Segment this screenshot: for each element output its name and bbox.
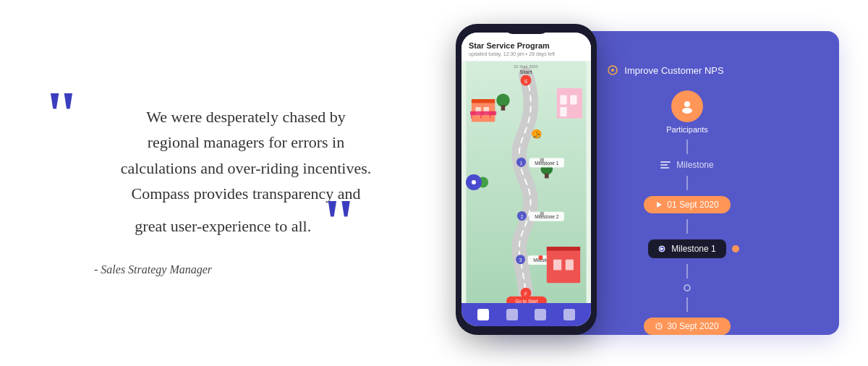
svg-text:🛵: 🛵 xyxy=(533,131,541,139)
svg-point-1 xyxy=(611,69,614,72)
clock-icon xyxy=(655,323,663,330)
phone-nav xyxy=(461,303,591,326)
svg-text:F: F xyxy=(524,291,527,297)
svg-rect-51 xyxy=(547,247,580,251)
nav-icon-1 xyxy=(470,179,477,186)
svg-text:2: 2 xyxy=(521,214,524,219)
participants-node: Participants xyxy=(666,90,707,134)
participants-circle xyxy=(671,90,703,122)
quote-text: We were desperately chased by regional m… xyxy=(43,90,405,246)
svg-rect-50 xyxy=(547,250,580,283)
phone-header: Star Service Program updated today, 12:3… xyxy=(461,33,591,61)
svg-text:3: 3 xyxy=(519,258,522,263)
nav-home[interactable] xyxy=(477,309,489,320)
device-section: Improve Customer NPS Participants xyxy=(448,17,839,349)
milestone-text: Milestone xyxy=(676,160,713,170)
quote-section: " We were desperately chased by regional… xyxy=(29,61,448,305)
quote-line2: regional managers for errors in xyxy=(148,133,344,151)
svg-rect-47 xyxy=(539,255,543,260)
svg-rect-5 xyxy=(660,164,668,166)
target-icon xyxy=(607,64,618,76)
svg-rect-4 xyxy=(660,161,671,163)
svg-rect-6 xyxy=(660,167,669,169)
timeline-line-5 xyxy=(686,297,688,312)
svg-marker-7 xyxy=(657,202,662,208)
side-nav-btn-1[interactable] xyxy=(466,174,482,190)
svg-text:Start: Start xyxy=(520,69,532,75)
date1-text: 01 Sept 2020 xyxy=(667,200,718,210)
svg-point-2 xyxy=(684,101,690,107)
side-navigation[interactable] xyxy=(466,174,482,190)
phone-notch xyxy=(505,24,548,34)
timeline-line-3 xyxy=(686,219,688,234)
svg-rect-18 xyxy=(470,111,496,116)
phone-mockup: Star Service Program updated today, 12:3… xyxy=(456,24,597,335)
svg-point-61 xyxy=(472,180,476,184)
svg-text:Milestone 1: Milestone 1 xyxy=(535,161,559,166)
quote-line1: We were desperately chased by xyxy=(146,108,346,126)
svg-point-3 xyxy=(682,108,692,114)
date-pill-2: 30 Sept 2020 xyxy=(644,318,730,335)
timeline-line-1 xyxy=(686,140,688,154)
timeline-line-4 xyxy=(686,264,688,278)
nav-settings[interactable] xyxy=(563,309,575,320)
svg-text:1: 1 xyxy=(520,161,523,166)
svg-rect-27 xyxy=(501,105,506,110)
svg-rect-25 xyxy=(560,107,566,116)
milestone-dot xyxy=(732,245,739,252)
milestone-icon xyxy=(660,161,671,169)
phone-program-subtitle: updated today, 12:30 pm • 28 days left xyxy=(469,51,584,56)
date-pill-1: 01 Sept 2020 xyxy=(644,196,730,213)
flag-icon xyxy=(658,245,665,252)
nav-profile[interactable] xyxy=(535,309,546,320)
svg-rect-15 xyxy=(472,99,495,103)
svg-rect-41 xyxy=(540,158,545,163)
quote-line3: calculations and over-riding incentives. xyxy=(121,159,372,177)
svg-text:Milestone 2: Milestone 2 xyxy=(535,214,559,219)
svg-rect-44 xyxy=(540,212,545,216)
phone-map-area: S 1 2 3 xyxy=(461,61,591,303)
svg-rect-52 xyxy=(553,260,561,271)
svg-text:01 Sept 2020: 01 Sept 2020 xyxy=(514,64,538,69)
quote-line5: great user-experience to all. xyxy=(135,217,311,235)
milestone1-text: Milestone 1 xyxy=(671,244,715,254)
svg-text:Go to Start: Go to Start xyxy=(515,299,538,303)
date2-text: 30 Sept 2020 xyxy=(667,321,718,331)
main-container: " We were desperately chased by regional… xyxy=(0,0,868,366)
participants-icon xyxy=(679,98,695,114)
svg-text:S: S xyxy=(524,78,528,85)
close-quote-mark: " xyxy=(321,206,357,239)
play-icon xyxy=(655,201,663,208)
milestone-row: Milestone xyxy=(660,160,713,170)
attribution-text: - Sales Strategy Manager xyxy=(43,263,405,276)
svg-rect-24 xyxy=(570,95,576,104)
milestone1-box: Milestone 1 xyxy=(648,239,726,258)
small-circle xyxy=(684,284,691,291)
phone-screen: Star Service Program updated today, 12:3… xyxy=(461,33,591,326)
svg-rect-29 xyxy=(545,174,549,178)
svg-rect-53 xyxy=(566,260,574,271)
timeline-line-2 xyxy=(686,176,688,190)
participants-label: Participants xyxy=(666,125,707,134)
phone-program-title: Star Service Program xyxy=(469,41,584,50)
nav-explore[interactable] xyxy=(506,309,518,320)
svg-rect-23 xyxy=(560,95,566,104)
dashboard-title: Improve Customer NPS xyxy=(624,65,723,76)
